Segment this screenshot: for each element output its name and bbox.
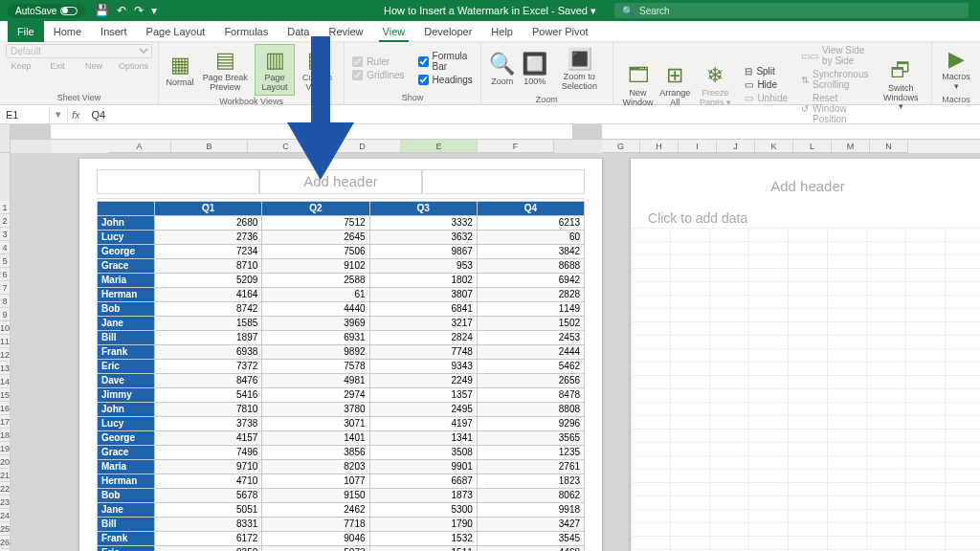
empty-cell[interactable] — [906, 430, 946, 443]
empty-cell[interactable] — [906, 376, 946, 389]
empty-cell[interactable] — [632, 296, 671, 309]
empty-cell[interactable] — [906, 282, 946, 296]
empty-cell[interactable] — [867, 430, 906, 443]
header-center-2[interactable]: Add header — [648, 173, 968, 198]
empty-cell[interactable] — [867, 296, 906, 309]
redo-icon[interactable]: ↷ — [134, 4, 144, 17]
cell[interactable]: 5416 — [155, 388, 262, 403]
empty-cell[interactable] — [749, 523, 789, 537]
empty-cell[interactable] — [828, 255, 867, 269]
cell[interactable]: 1802 — [369, 274, 477, 288]
gridlines-checkbox[interactable]: Gridlines — [350, 69, 406, 81]
empty-cell[interactable] — [828, 336, 867, 349]
cell[interactable]: Jimmy — [98, 388, 155, 403]
cell[interactable]: 8478 — [477, 388, 584, 403]
empty-cell[interactable] — [749, 470, 789, 483]
row-19[interactable]: 19 — [0, 442, 11, 455]
row-16[interactable]: 16 — [0, 402, 11, 415]
empty-cell[interactable] — [632, 430, 671, 443]
cell[interactable]: 6942 — [477, 274, 584, 288]
empty-cell[interactable] — [749, 229, 789, 242]
empty-cell[interactable] — [906, 336, 946, 349]
empty-cell[interactable] — [867, 336, 906, 349]
empty-cell[interactable] — [906, 269, 946, 282]
cell[interactable]: Bob — [98, 489, 155, 503]
empty-cell[interactable] — [789, 269, 828, 282]
empty-cell[interactable] — [946, 443, 980, 456]
page-2[interactable]: Add header Click to add data — [631, 159, 980, 551]
cell[interactable]: 1357 — [369, 388, 477, 403]
cell[interactable]: Jane — [98, 503, 155, 518]
row-21[interactable]: 21 — [0, 469, 11, 482]
empty-cell[interactable] — [710, 296, 749, 309]
cell[interactable]: 4157 — [155, 431, 262, 446]
cell[interactable]: 3071 — [262, 417, 369, 431]
cell[interactable]: 3842 — [477, 245, 584, 259]
tab-help[interactable]: Help — [481, 21, 523, 42]
cell[interactable]: 8476 — [155, 374, 262, 388]
empty-cell[interactable] — [946, 282, 980, 296]
empty-cell[interactable] — [671, 255, 710, 269]
empty-cell[interactable] — [632, 229, 671, 242]
cell[interactable]: Eric — [98, 360, 155, 374]
cell[interactable]: 1077 — [262, 474, 369, 489]
zoom100-button[interactable]: 🔲100% — [520, 49, 550, 89]
cell[interactable]: 7372 — [155, 360, 262, 374]
customviews-button[interactable]: ▧Custom Views — [297, 45, 338, 95]
empty-cell[interactable] — [867, 282, 906, 296]
empty-cell[interactable] — [749, 242, 789, 255]
cell[interactable]: 3565 — [477, 431, 584, 446]
row-13[interactable]: 13 — [0, 362, 11, 375]
empty-cell[interactable] — [946, 456, 980, 470]
cell[interactable]: 3332 — [369, 216, 477, 231]
qat-more-icon[interactable]: ▾ — [151, 4, 157, 17]
autosave-toggle[interactable]: AutoSave — [8, 4, 85, 18]
empty-cell[interactable] — [671, 376, 710, 389]
empty-cell[interactable] — [946, 483, 980, 496]
cell[interactable]: Dave — [98, 374, 155, 388]
empty-cell[interactable] — [671, 282, 710, 296]
tab-home[interactable]: Home — [44, 21, 91, 42]
cell[interactable]: 7748 — [369, 345, 477, 360]
empty-cell[interactable] — [632, 456, 671, 470]
cell[interactable]: 953 — [369, 259, 477, 274]
empty-grid[interactable] — [631, 228, 980, 551]
cell[interactable]: 5073 — [262, 546, 369, 552]
empty-cell[interactable] — [828, 229, 867, 242]
row-20[interactable]: 20 — [0, 455, 11, 469]
empty-cell[interactable] — [867, 403, 906, 416]
empty-cell[interactable] — [710, 523, 749, 537]
empty-cell[interactable] — [867, 416, 906, 430]
empty-cell[interactable] — [906, 523, 946, 537]
empty-cell[interactable] — [710, 443, 749, 456]
cell[interactable]: 5678 — [155, 489, 262, 503]
empty-cell[interactable] — [828, 309, 867, 322]
col-j[interactable]: J — [717, 140, 755, 153]
empty-cell[interactable] — [710, 349, 749, 363]
row-6[interactable]: 6 — [0, 268, 11, 281]
table-row[interactable]: Grace7496385635081235 — [98, 446, 585, 460]
empty-cell[interactable] — [946, 309, 980, 322]
empty-cell[interactable] — [632, 470, 671, 483]
empty-cell[interactable] — [710, 242, 749, 255]
col-i[interactable]: I — [679, 140, 717, 153]
cell[interactable]: Maria — [98, 460, 155, 474]
empty-cell[interactable] — [789, 496, 828, 510]
table-row[interactable]: Herman41646138072828 — [98, 288, 585, 302]
cell[interactable]: 1790 — [369, 518, 477, 532]
empty-cell[interactable] — [710, 416, 749, 430]
cell[interactable]: 4981 — [262, 374, 369, 388]
empty-cell[interactable] — [867, 255, 906, 269]
empty-cell[interactable] — [906, 322, 946, 336]
empty-cell[interactable] — [749, 269, 789, 282]
empty-cell[interactable] — [632, 496, 671, 510]
header-left[interactable] — [97, 169, 259, 194]
empty-cell[interactable] — [906, 443, 946, 456]
cell[interactable]: 2828 — [477, 288, 584, 302]
tab-page-layout[interactable]: Page Layout — [137, 21, 215, 42]
empty-cell[interactable] — [789, 296, 828, 309]
empty-cell[interactable] — [671, 456, 710, 470]
empty-cell[interactable] — [632, 403, 671, 416]
empty-cell[interactable] — [710, 229, 749, 242]
empty-cell[interactable] — [789, 537, 828, 550]
